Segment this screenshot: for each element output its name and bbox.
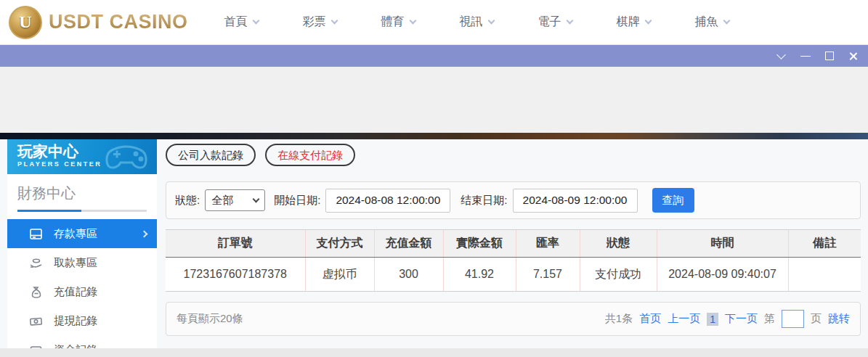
sidebar-item-label: 提現記錄 (54, 314, 97, 328)
tab-company-deposit-records[interactable]: 公司入款記錄 (166, 144, 256, 166)
jump-prefix-text: 第 (764, 312, 775, 326)
nav-item-label: 電子 (538, 15, 561, 30)
filter-bar: 狀態: 全部 開始日期: 结束日期: 查詢 (166, 181, 861, 219)
sidebar-item-label: 充值記錄 (54, 285, 97, 299)
nav-item-label: 彩票 (303, 15, 326, 30)
pagination-controls: 共1条 首页 上一页 1 下一页 第 页 跳转 (605, 310, 850, 328)
chevron-down-icon (723, 17, 730, 25)
jump-action-link[interactable]: 跳转 (828, 312, 850, 326)
chevron-right-icon (141, 230, 148, 237)
gamepad-icon (103, 142, 150, 173)
window-titlebar (0, 45, 868, 67)
header-exchange-rate: 匯率 (516, 230, 580, 258)
cell-exchange-rate: 7.157 (516, 258, 580, 292)
sidebar-section-title: 財務中心 (17, 184, 147, 210)
sidebar-item-label: 取款專區 (54, 256, 97, 270)
chevron-down-icon (330, 17, 338, 25)
nav-item-label: 捕魚 (695, 15, 718, 30)
sidebar-item-label: 存款專區 (54, 227, 97, 241)
nav-item-label: 體育 (381, 15, 405, 30)
cell-order-no: 1723167607187378 (166, 258, 305, 292)
sidebar-item-deposit-zone[interactable]: 存款專區 (7, 219, 157, 248)
chevron-down-icon (252, 17, 259, 25)
sidebar-item-label: 資金記錄 (54, 343, 97, 349)
banner-strip (0, 133, 868, 139)
start-date-input[interactable] (325, 189, 450, 213)
record-tabs: 公司入款記錄 在線支付記錄 (166, 139, 861, 166)
brand-title: USDT CASINO (49, 11, 188, 33)
tab-online-payment-records[interactable]: 在線支付記錄 (265, 144, 355, 166)
cell-time: 2024-08-09 09:40:07 (657, 258, 788, 292)
cell-payment-method: 虚拟币 (305, 258, 374, 292)
pagination-bar: 每頁顯示20條 共1条 首页 上一页 1 下一页 第 页 跳转 (166, 302, 861, 336)
chevron-down-icon (409, 17, 416, 25)
chevron-down-icon (644, 17, 652, 25)
nav-item-lottery[interactable]: 彩票 (303, 15, 337, 30)
money-bag-icon (29, 285, 43, 299)
collapse-button[interactable] (769, 45, 793, 67)
main-nav: 首頁 彩票 體育 視訊 電子 棋牌 捕魚 (224, 15, 729, 30)
sidebar: 玩家中心 PLAYERS CENTER 財務中心 存款專區 (7, 139, 157, 348)
cell-actual-amount: 41.92 (443, 258, 516, 292)
header-payment-method: 支付方式 (305, 230, 374, 258)
cell-remark (788, 258, 861, 292)
chevron-down-icon (487, 17, 495, 25)
nav-item-video[interactable]: 視訊 (460, 15, 494, 30)
page-bottom-strip (0, 348, 868, 357)
table-row: 1723167607187378 虚拟币 300 41.92 7.157 支付成… (166, 258, 861, 292)
total-count-text: 共1条 (605, 312, 633, 326)
end-date-label: 结束日期: (461, 194, 507, 208)
main-content: 公司入款記錄 在線支付記錄 狀態: 全部 開始日期: 结束日期: 查詢 訂單號 … (166, 139, 861, 348)
prev-page-link[interactable]: 上一页 (668, 312, 700, 326)
jump-page-input[interactable] (782, 310, 804, 328)
sidebar-item-withdrawal-records[interactable]: 提現記錄 (7, 306, 157, 335)
close-button[interactable] (841, 45, 865, 67)
maximize-button[interactable] (817, 45, 841, 67)
search-button[interactable]: 查詢 (652, 188, 694, 213)
cell-recharge-amount: 300 (374, 258, 443, 292)
nav-item-chess[interactable]: 棋牌 (617, 15, 651, 30)
section-divider (17, 210, 147, 212)
status-label: 狀態: (175, 194, 200, 208)
brand-logo-letter: U (19, 12, 31, 32)
nav-item-sports[interactable]: 體育 (381, 15, 415, 30)
minimize-icon (800, 56, 811, 57)
brand-logo-icon: U (9, 6, 42, 39)
current-page-indicator[interactable]: 1 (707, 313, 718, 326)
sidebar-item-funds-records[interactable]: 資金記錄 (7, 335, 157, 348)
records-table: 訂單號 支付方式 充值金額 實際金額 匯率 狀態 時間 備註 172316760… (166, 229, 861, 292)
first-page-link[interactable]: 首页 (639, 312, 661, 326)
status-select-value: 全部 (211, 194, 233, 208)
sidebar-item-withdraw-zone[interactable]: 取款專區 (7, 248, 157, 277)
nav-item-slots[interactable]: 電子 (538, 15, 572, 30)
sidebar-header: 玩家中心 PLAYERS CENTER (7, 139, 157, 174)
header-order-no: 訂單號 (166, 230, 305, 258)
header-status: 狀態 (580, 230, 657, 258)
status-select[interactable]: 全部 (205, 189, 265, 211)
next-page-link[interactable]: 下一页 (725, 312, 758, 326)
nav-item-label: 首頁 (224, 15, 248, 30)
minimize-button[interactable] (793, 45, 817, 67)
cell-status: 支付成功 (580, 258, 657, 292)
jump-suffix-text: 页 (811, 312, 822, 326)
per-page-text: 每頁顯示20條 (177, 312, 243, 326)
deposit-card-icon (29, 227, 43, 241)
nav-item-fishing[interactable]: 捕魚 (695, 15, 729, 30)
nav-item-home[interactable]: 首頁 (224, 15, 259, 30)
empty-band (0, 67, 868, 133)
nav-item-label: 棋牌 (617, 15, 640, 30)
sidebar-menu: 存款專區 取款專區 充值記錄 提 (7, 219, 157, 348)
coin-purse-icon (29, 343, 43, 349)
close-icon (848, 52, 858, 61)
sidebar-item-recharge-records[interactable]: 充值記錄 (7, 277, 157, 306)
brand-logo[interactable]: U USDT CASINO (9, 6, 188, 39)
table-header-row: 訂單號 支付方式 充值金額 實際金額 匯率 狀態 時間 備註 (166, 230, 861, 258)
withdraw-hand-icon (29, 256, 43, 270)
chevron-down-icon (566, 17, 573, 25)
nav-item-label: 視訊 (460, 15, 483, 30)
top-navbar: U USDT CASINO 首頁 彩票 體育 視訊 電子 棋牌 捕魚 (0, 0, 868, 45)
end-date-input[interactable] (513, 189, 638, 213)
sidebar-section: 財務中心 (7, 174, 157, 212)
header-recharge-amount: 充值金額 (374, 230, 443, 258)
chevron-down-icon (776, 50, 786, 60)
